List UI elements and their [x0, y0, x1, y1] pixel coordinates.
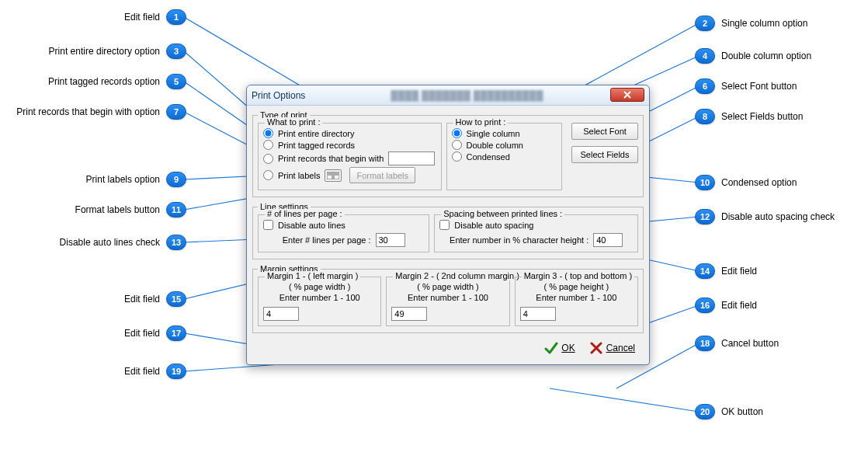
- disable-auto-spacing-checkbox[interactable]: [439, 220, 450, 230]
- disable-auto-spacing-check[interactable]: Disable auto spacing: [439, 220, 633, 230]
- dialog-title: Print Options: [252, 90, 305, 101]
- callout-11-label: Format labels button: [75, 204, 160, 215]
- callout-9-badge: 9: [166, 172, 186, 187]
- lines-per-page-group: # of lines per page : Disable auto lines…: [258, 214, 429, 252]
- radio-print-records-begin-with[interactable]: Print records that begin with: [263, 151, 436, 165]
- begin-with-input[interactable]: [388, 151, 435, 165]
- dialog-subtitle-blurred: ████ ███████ ██████████: [391, 90, 543, 101]
- select-fields-button[interactable]: Select Fields: [571, 146, 638, 163]
- format-labels-button[interactable]: Format labels: [349, 167, 415, 183]
- cancel-button[interactable]: Cancel: [589, 341, 635, 355]
- disable-auto-lines-checkbox[interactable]: [263, 220, 273, 230]
- callout-8-badge: 8: [695, 109, 715, 124]
- callout-13-badge: 13: [166, 235, 186, 250]
- radio-condensed-input[interactable]: [452, 151, 462, 162]
- margin-2-group: Margin 2 - ( 2nd column margin ) ( % pag…: [386, 277, 509, 326]
- spacing-enter-label: Enter number in % character height :: [450, 235, 589, 245]
- callout-10-badge: 10: [695, 175, 715, 190]
- margin-settings-group: Margin settings Margin 1 - ( left margin…: [252, 264, 644, 333]
- margin-3-group: Margin 3 - ( top and bottom ) ( % page h…: [515, 277, 638, 326]
- radio-print-labels-label: Print labels: [278, 171, 320, 180]
- callout-8-label: Select Fields button: [721, 111, 803, 122]
- radio-print-tagged-records-label: Print tagged records: [278, 141, 355, 150]
- radio-print-records-begin-with-input[interactable]: [263, 154, 273, 164]
- dialog-button-bar: OK Cancel: [247, 333, 649, 364]
- disable-auto-lines-label: Disable auto lines: [278, 221, 345, 230]
- callout-2-badge: 2: [695, 16, 715, 31]
- callout-7-badge: 7: [166, 104, 186, 120]
- ok-label: OK: [561, 343, 575, 353]
- margin-1-input[interactable]: [263, 307, 299, 321]
- callout-20-badge: 20: [695, 404, 715, 419]
- callout-14-badge: 14: [695, 263, 715, 279]
- select-font-button[interactable]: Select Font: [571, 123, 638, 140]
- margin-2-title: Margin 2 - ( 2nd column margin ): [393, 271, 522, 280]
- margin-3-range: Enter number 1 - 100: [520, 293, 633, 302]
- radio-print-labels[interactable]: Print labels Format labels: [263, 167, 436, 183]
- callout-5-badge: 5: [166, 74, 186, 89]
- callout-14-label: Edit field: [721, 266, 757, 277]
- callout-12-label: Disable auto spacing check: [721, 211, 835, 222]
- close-icon: [623, 91, 631, 99]
- radio-print-labels-input[interactable]: [263, 170, 273, 180]
- margin-2-range: Enter number 1 - 100: [391, 293, 504, 302]
- callout-3-label: Print entire directory option: [49, 46, 160, 57]
- checkmark-icon: [544, 341, 558, 355]
- type-of-print-group: Type of print What to print : Print enti…: [252, 110, 644, 197]
- callout-4-label: Double column option: [721, 50, 811, 61]
- print-options-dialog: Print Options ████ ███████ ██████████ Ty…: [246, 85, 650, 365]
- callout-11-badge: 11: [166, 202, 186, 218]
- radio-print-tagged-records-input[interactable]: [263, 140, 273, 150]
- callout-6-badge: 6: [695, 78, 715, 94]
- callout-20-label: OK button: [721, 406, 763, 417]
- radio-print-tagged-records[interactable]: Print tagged records: [263, 140, 436, 150]
- radio-print-entire-directory[interactable]: Print entire directory: [263, 128, 436, 138]
- callout-12-badge: 12: [695, 209, 715, 224]
- callout-18-badge: 18: [695, 336, 715, 351]
- how-to-print-group: How to print : Single column Double colu…: [446, 123, 562, 190]
- disable-auto-lines-check[interactable]: Disable auto lines: [263, 220, 424, 230]
- callout-18-label: Cancel button: [721, 338, 779, 349]
- what-to-print-group: What to print : Print entire directory P…: [258, 123, 442, 190]
- callout-19-badge: 19: [166, 364, 186, 379]
- close-button[interactable]: [610, 88, 644, 102]
- margin-1-range: Enter number 1 - 100: [263, 293, 376, 302]
- radio-condensed-label: Condensed: [467, 152, 510, 162]
- margin-2-sub: ( % page width ): [391, 282, 504, 291]
- callout-17-badge: 17: [166, 325, 186, 341]
- spacing-group: Spacing between printed lines : Disable …: [434, 214, 638, 252]
- callout-3-badge: 3: [166, 44, 186, 59]
- how-to-print-legend: How to print :: [453, 117, 509, 127]
- line-settings-group: Line settings # of lines per page : Disa…: [252, 202, 644, 259]
- margin-3-input[interactable]: [520, 307, 556, 321]
- labels-icon: [325, 169, 342, 182]
- callout-16-label: Edit field: [721, 300, 757, 311]
- margin-2-input[interactable]: [391, 307, 427, 321]
- radio-print-entire-directory-label: Print entire directory: [278, 129, 354, 138]
- lines-per-page-enter-label: Enter # lines per page :: [283, 235, 371, 245]
- lines-per-page-input[interactable]: [376, 233, 405, 247]
- callout-17-label: Edit field: [124, 328, 160, 339]
- margin-1-group: Margin 1 - ( left margin ) ( % page widt…: [258, 277, 381, 326]
- radio-double-column-label: Double column: [467, 141, 523, 150]
- radio-print-records-begin-with-label: Print records that begin with: [278, 154, 384, 163]
- callout-5-label: Print tagged records option: [48, 76, 160, 87]
- titlebar[interactable]: Print Options ████ ███████ ██████████: [247, 85, 649, 106]
- callout-7-label: Print records that begin with option: [16, 106, 160, 117]
- spacing-input[interactable]: [593, 233, 623, 247]
- disable-auto-spacing-label: Disable auto spacing: [454, 221, 533, 230]
- callout-15-badge: 15: [166, 291, 186, 307]
- radio-single-column-input[interactable]: [452, 128, 462, 138]
- radio-double-column[interactable]: Double column: [452, 140, 557, 150]
- ok-button[interactable]: OK: [544, 341, 575, 355]
- callout-1-label: Edit field: [124, 12, 160, 23]
- spacing-legend: Spacing between printed lines :: [441, 209, 564, 218]
- lines-per-page-legend: # of lines per page :: [265, 209, 345, 218]
- callout-16-badge: 16: [695, 298, 715, 313]
- radio-single-column-label: Single column: [467, 129, 520, 138]
- radio-double-column-input[interactable]: [452, 140, 462, 150]
- callout-9-label: Print labels option: [86, 174, 160, 185]
- radio-condensed[interactable]: Condensed: [452, 151, 557, 162]
- radio-print-entire-directory-input[interactable]: [263, 128, 273, 138]
- radio-single-column[interactable]: Single column: [452, 128, 557, 138]
